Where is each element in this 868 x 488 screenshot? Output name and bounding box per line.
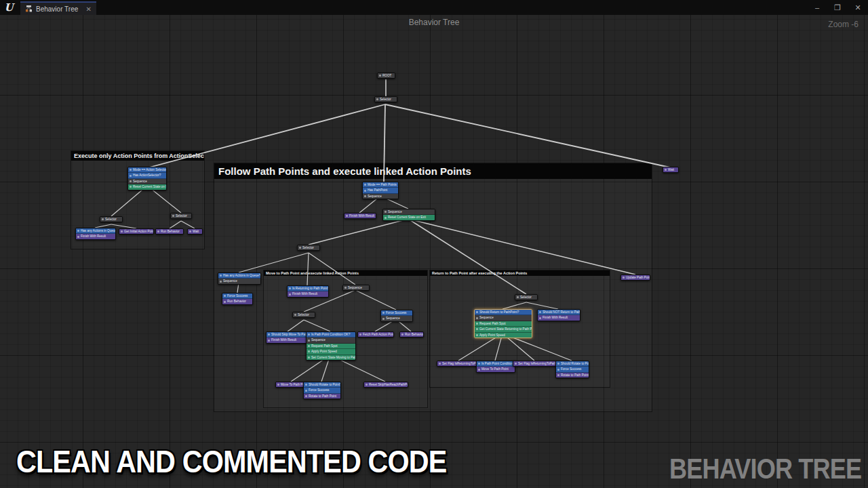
bt-node-wait-1[interactable]: Wait xyxy=(187,228,203,235)
bt-node-sequence-mid[interactable]: Sequence xyxy=(342,285,370,291)
node-row-composite[interactable]: Sequence xyxy=(128,179,166,184)
node-row-decorator[interactable]: Should Skip Move To Path Point? xyxy=(267,332,310,338)
bt-node-selector-1[interactable]: Selector xyxy=(100,216,123,222)
node-row-service[interactable]: Reset Current State on Exit xyxy=(383,215,435,220)
bt-node-path-points-entry[interactable]: Mode == Path PointsHas PathPointSequence xyxy=(362,182,399,199)
bt-node-selector-5[interactable]: Selector xyxy=(515,294,538,300)
bt-node-get-initial-action-point[interactable]: Get Initial Action Point xyxy=(119,228,154,235)
node-row-service[interactable]: Request Path Spot xyxy=(475,321,532,327)
node-row-composite[interactable]: Selector xyxy=(298,245,319,250)
node-row-task[interactable]: Reset SkipHasReachPathPoint xyxy=(364,382,408,387)
node-row-composite[interactable]: Sequence xyxy=(343,285,369,290)
bt-node-path-condition-move-2[interactable]: Is Path Point Condition OK?Move To Path … xyxy=(476,361,515,373)
node-row-task[interactable]: Update Path Point xyxy=(621,275,650,280)
node-row-task[interactable]: Move To Path Point xyxy=(477,367,515,371)
bt-node-run-behavior-2[interactable]: Run Behavior xyxy=(399,331,424,338)
node-row-composite[interactable]: Sequence xyxy=(383,209,435,215)
node-row-decorator[interactable]: Should NOT Return to Path Point? xyxy=(538,310,580,315)
restore-button[interactable]: ❐ xyxy=(827,0,848,15)
bt-node-selector-main[interactable]: Selector xyxy=(374,96,397,102)
bt-node-set-flag-returning-1[interactable]: Set Flag IsReturningToPathPoint xyxy=(437,361,481,367)
node-row-decorator[interactable]: Force Success xyxy=(381,310,412,316)
node-row-task[interactable]: Rotate to Path Point xyxy=(556,373,589,378)
bt-node-sequence-reset[interactable]: SequenceReset Current State on Exit xyxy=(382,209,435,221)
bt-node-selector-3[interactable]: Selector xyxy=(297,245,320,251)
bt-node-force-success-sequence[interactable]: Force SuccessSequence xyxy=(380,310,413,322)
bt-node-force-success-run[interactable]: Force SuccessRun Behavior xyxy=(222,293,253,305)
node-row-decorator[interactable]: Has any Actions in Queue? xyxy=(218,273,260,279)
bt-node-update-path-point[interactable]: Update Path Point xyxy=(620,274,650,281)
node-row-task[interactable]: Get Initial Action Point xyxy=(119,229,153,234)
bt-node-selector-4[interactable]: Selector xyxy=(292,312,315,318)
node-row-task[interactable]: Set Flag IsReturningToPathPoint xyxy=(513,361,557,366)
node-row-task[interactable]: Run Behavior xyxy=(222,299,252,304)
node-row-task[interactable]: Finish With Result xyxy=(76,234,115,239)
bt-node-has-actions-sequence[interactable]: Has any Actions in Queue?Sequence xyxy=(218,272,261,285)
node-row-composite[interactable]: Selector xyxy=(375,97,397,102)
node-row-task[interactable]: Finish With Result xyxy=(267,338,310,342)
bt-node-should-rotate-2[interactable]: Should Rotate to Point?Force SuccessRota… xyxy=(555,361,589,378)
bt-node-should-skip-move[interactable]: Should Skip Move To Path Point?Finish Wi… xyxy=(266,331,311,344)
node-row-composite[interactable]: Selector xyxy=(515,295,537,300)
node-row-service[interactable]: Reset Current State on Exit xyxy=(128,184,166,189)
node-row-composite[interactable]: Sequence xyxy=(381,316,412,321)
bt-node-has-actions-finish[interactable]: Has any Actions in Queue?Finish With Res… xyxy=(75,228,116,240)
node-row-composite[interactable]: Sequence xyxy=(218,279,260,283)
bt-node-action-selector-entry[interactable]: Mode == Action SelectorHas ActionSelecto… xyxy=(127,167,167,190)
node-row-task[interactable]: Run Behavior xyxy=(156,229,183,234)
node-row-task[interactable]: Set Flag IsReturningToPathPoint xyxy=(437,361,481,366)
bt-node-should-return[interactable]: Should Return to PathPoint?SequenceReque… xyxy=(474,309,532,338)
bt-node-wait-2[interactable]: Wait xyxy=(663,167,679,173)
node-row-service[interactable]: Apply Point Speed xyxy=(307,349,355,354)
bt-node-should-not-return[interactable]: Should NOT Return to Path Point?Finish W… xyxy=(537,309,580,321)
bt-node-is-returning-finish[interactable]: Is Returning to Path Point?Finish With R… xyxy=(287,285,329,298)
node-row-decorator[interactable]: Is Path Point Condition OK? xyxy=(307,332,355,338)
node-row-task[interactable]: Run Behavior xyxy=(400,332,423,337)
row-type-icon xyxy=(557,374,559,376)
node-row-task[interactable]: Fetch Path Action Points xyxy=(358,332,393,337)
node-row-task[interactable]: Finish With Result xyxy=(344,214,376,218)
node-row-decorator[interactable]: Is Returning to Path Point? xyxy=(288,286,328,291)
node-row-decorator[interactable]: Has ActionSelector? xyxy=(128,173,166,178)
node-row-decorator[interactable]: Mode == Action Selector xyxy=(128,167,166,173)
node-row-decorator[interactable]: Should Return to PathPoint? xyxy=(475,310,532,315)
node-row-composite[interactable]: Sequence xyxy=(363,194,398,199)
node-row-service[interactable]: Apply Point Speed xyxy=(475,333,532,338)
node-row-service[interactable]: Request Path Spot xyxy=(307,344,355,349)
bt-node-run-behavior-1[interactable]: Run Behavior xyxy=(155,228,184,235)
node-row-decorator[interactable]: Force Success xyxy=(222,293,252,299)
node-row-decorator[interactable]: Should Rotate to Point? xyxy=(304,382,340,388)
tab-behavior-tree[interactable]: Behavior Tree ✕ xyxy=(20,1,96,15)
node-row-composite[interactable]: Sequence xyxy=(307,338,355,343)
bt-node-selector-2[interactable]: Selector xyxy=(170,213,192,219)
bt-node-path-condition-move[interactable]: Is Path Point Condition OK?SequenceReque… xyxy=(306,331,356,361)
node-row-decorator[interactable]: Has PathPoint xyxy=(363,188,398,193)
node-row-composite[interactable]: Selector xyxy=(100,217,122,222)
bt-node-should-rotate-1[interactable]: Should Rotate to Point?Force SuccessRota… xyxy=(303,382,341,399)
node-row-decorator[interactable]: Force Success xyxy=(556,367,589,372)
node-row-composite[interactable]: Sequence xyxy=(475,315,532,321)
node-row-composite[interactable]: Selector xyxy=(171,214,191,218)
node-row-task[interactable]: Wait xyxy=(663,167,678,172)
node-row-composite[interactable]: ROOT xyxy=(378,73,395,78)
node-row-decorator[interactable]: Force Success xyxy=(304,388,340,393)
bt-node-finish-with-result-1[interactable]: Finish With Result xyxy=(344,213,376,219)
bt-node-fetch-path-action-points[interactable]: Fetch Path Action Points xyxy=(357,331,394,338)
node-row-decorator[interactable]: Is Path Point Condition OK? xyxy=(477,361,515,367)
tab-close-icon[interactable]: ✕ xyxy=(86,5,92,13)
node-row-decorator[interactable]: Should Rotate to Point? xyxy=(556,361,589,367)
node-row-task[interactable]: Rotate to Path Point xyxy=(304,394,340,399)
node-row-task[interactable]: Wait xyxy=(188,229,202,234)
bt-node-reset-skip-flag[interactable]: Reset SkipHasReachPathPoint xyxy=(363,382,408,388)
node-row-service[interactable]: Set Current State Moving to Path Point xyxy=(307,355,355,360)
minimize-button[interactable]: – xyxy=(807,0,827,15)
node-row-task[interactable]: Finish With Result xyxy=(538,315,580,320)
node-row-composite[interactable]: Selector xyxy=(293,312,315,317)
node-row-decorator[interactable]: Has any Actions in Queue? xyxy=(76,228,115,234)
node-row-service[interactable]: Get Current State Returning to Path Poin… xyxy=(475,327,532,332)
bt-node-set-flag-returning-2[interactable]: Set Flag IsReturningToPathPoint xyxy=(513,361,557,367)
node-row-decorator[interactable]: Mode == Path Points xyxy=(363,182,398,188)
close-button[interactable]: ✕ xyxy=(848,0,868,15)
bt-node-root[interactable]: ROOT xyxy=(377,73,395,79)
node-row-task[interactable]: Finish With Result xyxy=(288,291,328,296)
